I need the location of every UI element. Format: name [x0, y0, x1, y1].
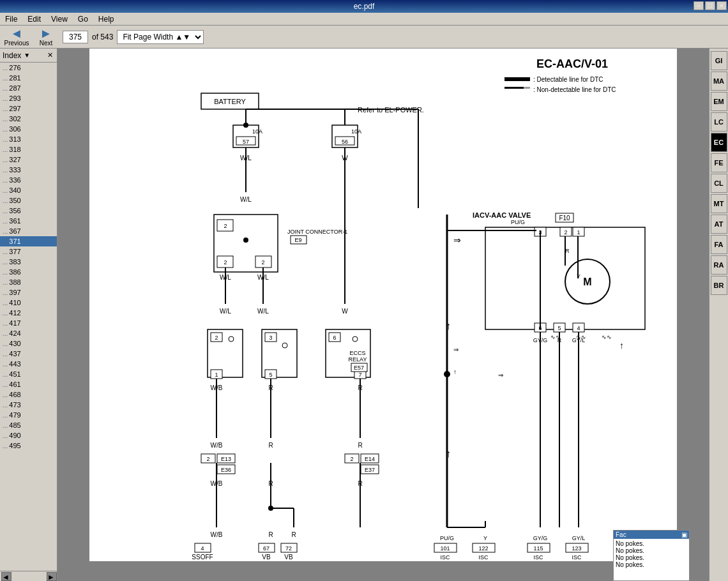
sidebar-item[interactable]: ...287 [0, 83, 57, 93]
right-tab-em[interactable]: EM [711, 92, 727, 111]
scrollbar-left-button[interactable]: ◄ [1, 572, 11, 581]
right-tab-at[interactable]: AT [711, 215, 727, 234]
sidebar-item[interactable]: ...297 [0, 103, 57, 114]
sidebar-item[interactable]: ...479 [0, 410, 57, 420]
sidebar-item[interactable]: ...461 [0, 379, 57, 389]
sidebar-item[interactable]: ...276 [0, 63, 57, 73]
svg-text:VB: VB [262, 554, 271, 559]
fit-select[interactable]: Fit Page Width ▲▼ [117, 30, 204, 44]
sidebar-close-button[interactable]: ✕ [45, 51, 54, 60]
svg-text:⇒: ⇒ [498, 372, 503, 379]
menu-edit[interactable]: Edit [25, 14, 43, 24]
menu-bar: File Edit View Go Help [0, 13, 728, 26]
svg-text:5: 5 [557, 325, 561, 331]
sidebar-list: ...276...281...287...293...297...302...3… [0, 63, 57, 571]
sidebar-item[interactable]: ...367 [0, 226, 57, 236]
svg-text:Y: Y [483, 535, 487, 541]
svg-text:2: 2 [215, 335, 218, 341]
svg-text:2: 2 [261, 259, 264, 266]
menu-view[interactable]: View [49, 14, 70, 24]
sidebar-item[interactable]: ...386 [0, 267, 57, 277]
sidebar-item[interactable]: ...451 [0, 369, 57, 379]
sidebar-item[interactable]: ...430 [0, 338, 57, 349]
sidebar-item[interactable]: ...340 [0, 185, 57, 195]
sidebar-item[interactable]: ...306 [0, 124, 57, 134]
diagram-title: EC-AAC/V-01 [536, 57, 608, 70]
svg-text:6: 6 [333, 335, 336, 341]
pdf-area[interactable]: EC-AAC/V-01 : Detectable line for DTC : … [57, 49, 709, 581]
next-button[interactable]: ► Next [33, 27, 59, 47]
svg-text:BATTERY: BATTERY [214, 98, 246, 105]
right-tab-mt[interactable]: MT [711, 194, 727, 213]
minimize-button[interactable]: − [694, 1, 704, 10]
sidebar-item[interactable]: ...356 [0, 206, 57, 216]
sidebar-item[interactable]: ...350 [0, 195, 57, 206]
menu-go[interactable]: Go [75, 14, 91, 24]
sidebar-item[interactable]: ...293 [0, 93, 57, 103]
right-tab-fa[interactable]: FA [711, 235, 727, 254]
sidebar-item[interactable]: ...361 [0, 216, 57, 226]
menu-help[interactable]: Help [96, 14, 117, 24]
sidebar-item[interactable]: ...302 [0, 114, 57, 124]
menu-file[interactable]: File [3, 14, 20, 24]
svg-text:10A: 10A [351, 128, 361, 135]
sidebar-item[interactable]: ...313 [0, 134, 57, 144]
sidebar-item[interactable]: ...473 [0, 400, 57, 410]
svg-text:72: 72 [285, 545, 292, 552]
svg-text:VB: VB [284, 554, 293, 559]
svg-text:IACV-AAC VALVE: IACV-AAC VALVE [473, 211, 531, 219]
sidebar-item[interactable]: ...377 [0, 246, 57, 257]
right-tab-gi[interactable]: GI [711, 51, 727, 70]
window-controls: − □ × [694, 1, 727, 10]
sidebar-item[interactable]: ...410 [0, 298, 57, 308]
sidebar-item[interactable]: ...437 [0, 349, 57, 359]
svg-text:56: 56 [342, 139, 348, 145]
sidebar-item[interactable]: ...468 [0, 389, 57, 400]
sidebar-item[interactable]: ...397 [0, 287, 57, 298]
sidebar-item[interactable]: ...495 [0, 441, 57, 451]
sidebar-item[interactable]: ...333 [0, 165, 57, 175]
svg-text:115: 115 [533, 545, 543, 552]
maximize-button[interactable]: □ [705, 1, 715, 10]
right-tab-ec[interactable]: EC [711, 133, 727, 152]
right-tab-fe[interactable]: FE [711, 153, 727, 172]
sidebar-item[interactable]: ...490 [0, 430, 57, 441]
right-tab-cl[interactable]: CL [711, 174, 727, 193]
next-arrow-icon: ► [40, 27, 52, 40]
sidebar-item[interactable]: ...417 [0, 318, 57, 328]
scrollbar-right-button[interactable]: ► [47, 572, 57, 581]
prev-button[interactable]: ◄ Previous [4, 27, 29, 47]
sidebar-item[interactable]: ...371 [0, 236, 57, 246]
sidebar-item[interactable]: ...327 [0, 155, 57, 165]
svg-text:↑: ↑ [619, 340, 624, 351]
title-bar: ec.pdf − □ × [0, 0, 728, 13]
right-tab-ra[interactable]: RA [711, 255, 727, 275]
right-tab-ma[interactable]: MA [711, 72, 727, 91]
right-tab-br[interactable]: BR [711, 276, 727, 295]
svg-text:F10: F10 [559, 215, 570, 222]
sidebar-item[interactable]: ...388 [0, 277, 57, 287]
svg-text:↑: ↑ [446, 321, 451, 331]
page-input[interactable] [63, 31, 88, 43]
right-tab-lc[interactable]: LC [711, 112, 727, 132]
sidebar-scrollbar: ◄ ► [0, 571, 57, 581]
index-arrow-icon: ▼ [24, 52, 30, 59]
sidebar-item[interactable]: ...412 [0, 308, 57, 318]
svg-text:4: 4 [577, 325, 580, 331]
svg-text:: Detectable line for DTC: : Detectable line for DTC [533, 76, 603, 83]
sidebar-item[interactable]: ...336 [0, 175, 57, 185]
svg-point-35 [243, 238, 248, 243]
sidebar-item[interactable]: ...383 [0, 257, 57, 267]
close-button[interactable]: × [717, 1, 727, 10]
svg-text:M: M [583, 276, 591, 287]
sidebar-item[interactable]: ...424 [0, 328, 57, 338]
svg-point-146 [444, 371, 450, 377]
sidebar-item[interactable]: ...318 [0, 144, 57, 155]
svg-text:W/B: W/B [211, 442, 223, 449]
sidebar-item[interactable]: ...281 [0, 73, 57, 83]
svg-text:W/L: W/L [240, 196, 252, 203]
index-label: Index [3, 51, 21, 60]
sidebar-item[interactable]: ...443 [0, 359, 57, 369]
sidebar-item[interactable]: ...485 [0, 420, 57, 430]
svg-text:E9: E9 [294, 237, 301, 243]
